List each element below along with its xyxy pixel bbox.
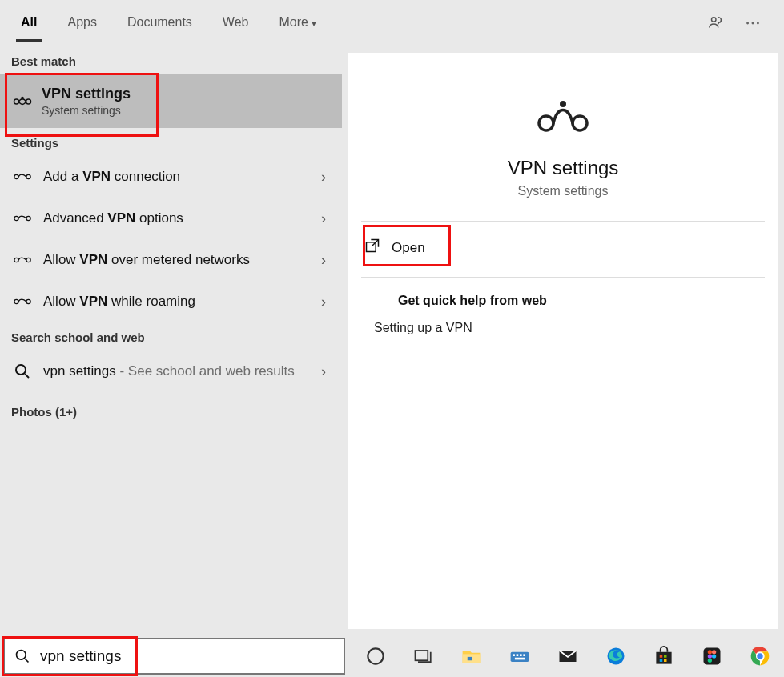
tab-web[interactable]: Web xyxy=(218,4,254,42)
mail-icon[interactable] xyxy=(553,642,582,671)
search-results-window: All Apps Documents Web More▾ Best match xyxy=(0,0,784,677)
tab-more[interactable]: More▾ xyxy=(274,4,320,42)
svg-rect-24 xyxy=(468,657,472,660)
tab-all-label: All xyxy=(21,15,37,29)
settings-item-label: Allow VPN over metered networks xyxy=(43,252,250,268)
chevron-right-icon: › xyxy=(321,252,326,269)
task-view-icon[interactable] xyxy=(409,642,438,671)
open-label: Open xyxy=(392,240,425,256)
quick-help-header: Get quick help from web xyxy=(348,286,778,316)
tab-all[interactable]: All xyxy=(16,4,42,42)
best-match-title: VPN settings xyxy=(42,86,131,102)
search-icon xyxy=(14,648,30,664)
settings-item-label: Add a VPN connection xyxy=(43,169,180,185)
open-icon xyxy=(364,238,380,258)
best-match-item[interactable]: VPN settings System settings xyxy=(0,74,342,128)
svg-point-41 xyxy=(708,654,712,658)
onscreen-keyboard-icon[interactable] xyxy=(505,642,534,671)
svg-point-42 xyxy=(712,654,716,658)
svg-rect-36 xyxy=(660,659,663,663)
best-match-subtitle: System settings xyxy=(42,104,131,117)
quick-help-link[interactable]: Setting up a VPN xyxy=(348,316,778,340)
tab-apps-label: Apps xyxy=(67,15,96,29)
chevron-down-icon: ▾ xyxy=(312,18,316,29)
tab-documents-label: Documents xyxy=(127,15,192,29)
feedback-icon[interactable] xyxy=(707,14,725,32)
web-search-header: Search school and web xyxy=(0,322,342,351)
results-list: Best match VPN settings System settings … xyxy=(0,46,342,635)
preview-title: VPN settings xyxy=(508,157,619,179)
chevron-right-icon: › xyxy=(321,294,326,310)
tab-apps[interactable]: Apps xyxy=(62,4,101,42)
open-button[interactable]: Open xyxy=(364,231,451,264)
svg-rect-22 xyxy=(416,651,428,660)
svg-point-6 xyxy=(22,97,23,98)
svg-point-11 xyxy=(14,258,18,262)
svg-point-43 xyxy=(708,659,712,663)
svg-point-7 xyxy=(14,174,18,178)
chevron-right-icon: › xyxy=(321,169,326,186)
svg-point-1 xyxy=(746,22,749,24)
svg-point-10 xyxy=(26,216,30,220)
svg-point-40 xyxy=(712,650,716,654)
settings-item-label: Allow VPN while roaming xyxy=(43,294,195,310)
svg-point-16 xyxy=(539,116,553,130)
svg-rect-26 xyxy=(513,654,515,656)
svg-point-39 xyxy=(708,650,712,654)
microsoft-store-icon[interactable] xyxy=(649,642,678,671)
cortana-icon[interactable] xyxy=(361,642,390,671)
svg-rect-30 xyxy=(515,658,525,660)
svg-rect-28 xyxy=(520,654,522,656)
svg-point-18 xyxy=(560,101,566,107)
taskbar-pinned-apps xyxy=(345,635,774,677)
more-options-icon[interactable] xyxy=(744,14,762,32)
svg-point-15 xyxy=(16,365,26,375)
svg-rect-27 xyxy=(517,654,519,656)
svg-point-8 xyxy=(26,174,30,178)
search-icon xyxy=(13,362,32,381)
preview-pane: VPN settings System settings Open Get qu… xyxy=(348,53,778,629)
chevron-right-icon: › xyxy=(321,210,326,227)
chrome-icon[interactable] xyxy=(746,642,774,671)
vpn-icon xyxy=(13,92,32,111)
settings-header: Settings xyxy=(0,128,342,156)
svg-point-20 xyxy=(17,651,26,660)
svg-rect-33 xyxy=(656,652,671,664)
svg-point-5 xyxy=(26,99,31,104)
chevron-right-icon: › xyxy=(321,363,326,380)
settings-item-roaming[interactable]: Allow VPN while roaming › xyxy=(0,281,342,322)
vpn-icon xyxy=(13,250,32,270)
search-input-container[interactable] xyxy=(3,638,345,675)
settings-item-metered[interactable]: Allow VPN over metered networks › xyxy=(0,239,342,281)
figma-icon[interactable] xyxy=(698,642,726,671)
vpn-icon xyxy=(535,93,591,141)
vpn-icon xyxy=(13,167,32,186)
svg-point-4 xyxy=(14,99,19,104)
settings-item-add-connection[interactable]: Add a VPN connection › xyxy=(0,156,342,198)
vpn-icon xyxy=(13,209,32,228)
edge-icon[interactable] xyxy=(601,642,630,671)
svg-point-14 xyxy=(26,299,30,303)
tab-more-label: More xyxy=(279,15,308,29)
svg-point-9 xyxy=(14,216,18,220)
svg-rect-29 xyxy=(523,654,525,656)
settings-item-label: Advanced VPN options xyxy=(43,210,183,226)
svg-rect-35 xyxy=(664,655,667,658)
file-explorer-icon[interactable] xyxy=(457,642,486,671)
svg-point-21 xyxy=(368,648,383,663)
taskbar xyxy=(0,635,784,677)
svg-rect-34 xyxy=(660,655,663,658)
web-search-item[interactable]: vpn settings - See school and web result… xyxy=(0,351,342,392)
tab-documents[interactable]: Documents xyxy=(123,4,197,42)
tab-web-label: Web xyxy=(223,15,249,29)
search-input[interactable] xyxy=(30,647,344,665)
settings-item-advanced-options[interactable]: Advanced VPN options › xyxy=(0,198,342,239)
photos-header[interactable]: Photos (1+) xyxy=(0,397,342,425)
vpn-icon xyxy=(13,292,32,311)
svg-point-2 xyxy=(752,22,754,24)
web-search-label: vpn settings - See school and web result… xyxy=(43,363,295,379)
preview-subtitle: System settings xyxy=(518,184,609,198)
svg-point-0 xyxy=(712,17,717,22)
svg-point-17 xyxy=(573,116,587,130)
svg-point-12 xyxy=(26,258,30,262)
